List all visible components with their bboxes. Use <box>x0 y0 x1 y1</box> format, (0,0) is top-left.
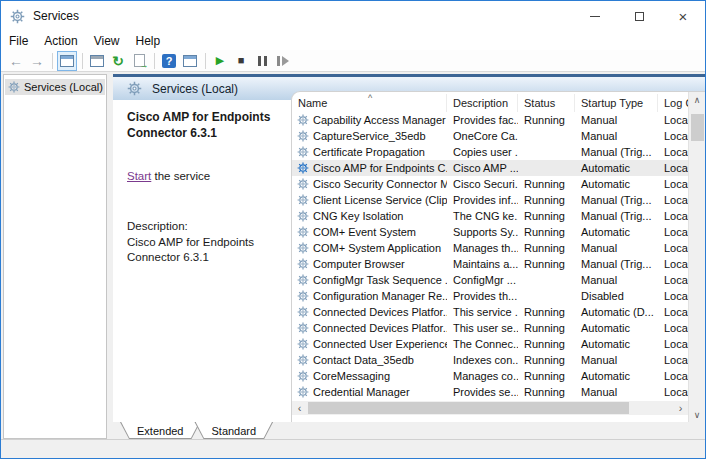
gear-icon <box>297 130 309 142</box>
pause-service-button[interactable] <box>252 51 272 71</box>
show-console-tree-button[interactable] <box>57 51 77 71</box>
service-description-cell: Manages co... <box>447 370 518 382</box>
toolbar-separator <box>205 53 206 69</box>
menu-help[interactable]: Help <box>128 33 169 49</box>
scroll-left-icon[interactable]: ‹ <box>292 401 307 415</box>
scroll-down-icon[interactable]: ∨ <box>689 407 705 422</box>
gear-icon <box>297 274 309 286</box>
column-header-status[interactable]: Status <box>518 94 575 112</box>
service-row[interactable]: CaptureService_35edb OneCore Ca... Manua… <box>292 128 688 144</box>
service-name-cell: Client License Service (ClipS... <box>292 194 447 206</box>
service-row[interactable]: ConfigMgr Task Sequence ... ConfigMgr ..… <box>292 272 688 288</box>
scroll-right-icon[interactable]: › <box>673 401 688 415</box>
service-description-cell: Provides th... <box>447 290 518 302</box>
service-startup-cell: Automatic <box>575 322 658 334</box>
tab-standard[interactable]: Standard <box>194 422 273 439</box>
service-row[interactable]: Computer Browser Maintains a... Running … <box>292 256 688 272</box>
restart-service-button[interactable] <box>273 51 293 71</box>
service-startup-cell: Manual (Trig... <box>575 146 658 158</box>
service-description-cell: The Connec... <box>447 338 518 350</box>
menu-file[interactable]: File <box>1 33 36 49</box>
gear-icon <box>297 114 309 126</box>
service-description-cell: Indexes con... <box>447 354 518 366</box>
column-header-description[interactable]: Description <box>447 94 518 112</box>
service-row[interactable]: COM+ System Application Manages th... Ru… <box>292 240 688 256</box>
back-button[interactable]: ← <box>6 51 26 71</box>
service-description-cell: Provides inf... <box>447 194 518 206</box>
horizontal-scrollbar[interactable]: ‹ › <box>292 401 688 415</box>
forward-button[interactable]: → <box>27 51 47 71</box>
service-name-cell: CoreMessaging <box>292 370 447 382</box>
service-row[interactable]: Cisco Security Connector M... Cisco Secu… <box>292 176 688 192</box>
minimize-button[interactable] <box>573 1 617 31</box>
service-name-cell: Cisco Security Connector M... <box>292 178 447 190</box>
service-row[interactable]: Client License Service (ClipS... Provide… <box>292 192 688 208</box>
service-logon-cell: Local S <box>658 258 688 270</box>
column-header-log-on-as[interactable]: Log Or <box>658 94 688 112</box>
new-window-button[interactable] <box>180 51 200 71</box>
service-name-cell: Computer Browser <box>292 258 447 270</box>
service-row[interactable]: CoreMessaging Manages co... Running Auto… <box>292 368 688 384</box>
console-tree-panel: Services (Local) <box>3 74 107 439</box>
close-button[interactable]: × <box>661 1 705 31</box>
service-logon-cell: Local S <box>658 130 688 142</box>
service-status-cell: Running <box>518 386 575 398</box>
menu-action[interactable]: Action <box>36 33 85 49</box>
refresh-button[interactable]: ↻ <box>108 51 128 71</box>
start-service-link[interactable]: Start <box>127 170 151 182</box>
service-row[interactable]: Configuration Manager Re... Provides th.… <box>292 288 688 304</box>
service-description-cell: Maintains a... <box>447 258 518 270</box>
service-logon-cell: Local S <box>658 370 688 382</box>
service-name-cell: Configuration Manager Re... <box>292 290 447 302</box>
service-row[interactable]: Contact Data_35edb Indexes con... Runnin… <box>292 352 688 368</box>
status-strip <box>1 439 705 458</box>
service-name-cell: Capability Access Manager ... <box>292 114 447 126</box>
gear-icon <box>297 146 309 158</box>
toolbar-separator <box>52 53 53 69</box>
service-row[interactable]: Connected Devices Platfor... This servic… <box>292 304 688 320</box>
tab-extended[interactable]: Extended <box>120 422 200 439</box>
horizontal-scroll-thumb[interactable] <box>308 402 629 414</box>
export-list-button[interactable] <box>129 51 149 71</box>
gear-icon <box>297 178 309 190</box>
service-row[interactable]: Credential Manager Provides se... Runnin… <box>292 384 688 400</box>
service-status-cell: Running <box>518 354 575 366</box>
vertical-scrollbar[interactable]: ∧ ∨ <box>688 92 705 422</box>
horizontal-scroll-track[interactable] <box>307 401 673 415</box>
tree-item-label: Services (Local) <box>24 81 103 93</box>
service-row[interactable]: Capability Access Manager ... Provides f… <box>292 112 688 128</box>
service-description-cell: Cisco AMP ... <box>447 162 518 174</box>
scroll-up-icon[interactable]: ∧ <box>689 92 705 107</box>
help-button[interactable]: ? <box>159 51 179 71</box>
service-row[interactable]: CNG Key Isolation The CNG ke... Running … <box>292 208 688 224</box>
service-row[interactable]: Connected Devices Platfor... This user s… <box>292 320 688 336</box>
new-window-icon <box>183 55 197 67</box>
service-row[interactable]: COM+ Event System Supports Sy... Running… <box>292 224 688 240</box>
service-description-cell: OneCore Ca... <box>447 130 518 142</box>
service-row[interactable]: Cisco AMP for Endpoints C... Cisco AMP .… <box>292 160 688 176</box>
start-service-button[interactable]: ▶ <box>210 51 230 71</box>
service-status-cell: Running <box>518 210 575 222</box>
properties-button[interactable] <box>87 51 107 71</box>
tree-item-services-local[interactable]: Services (Local) <box>5 79 105 95</box>
stop-service-button[interactable]: ■ <box>231 51 251 71</box>
service-logon-cell: Local S <box>658 242 688 254</box>
service-row[interactable]: Certificate Propagation Copies user ... … <box>292 144 688 160</box>
service-logon-cell: Local S <box>658 146 688 158</box>
service-name-cell: Connected User Experience... <box>292 338 447 350</box>
service-name-cell: Certificate Propagation <box>292 146 447 158</box>
service-action-line: Start the service <box>127 170 281 182</box>
close-icon: × <box>679 9 688 24</box>
vertical-scroll-thumb[interactable] <box>691 114 704 141</box>
description-block: Description: Cisco AMP for Endpoints Con… <box>127 219 281 266</box>
service-logon-cell: Local S <box>658 274 688 286</box>
service-description-cell: Provides fac... <box>447 114 518 126</box>
column-header-startup-type[interactable]: Startup Type <box>575 94 658 112</box>
service-startup-cell: Manual <box>575 274 658 286</box>
menu-view[interactable]: View <box>86 33 128 49</box>
service-logon-cell: Local S <box>658 354 688 366</box>
service-row[interactable]: Connected User Experience... The Connec.… <box>292 336 688 352</box>
column-header-name[interactable]: Name^ <box>292 94 447 112</box>
maximize-button[interactable] <box>617 1 661 31</box>
service-description-cell: Copies user ... <box>447 146 518 158</box>
